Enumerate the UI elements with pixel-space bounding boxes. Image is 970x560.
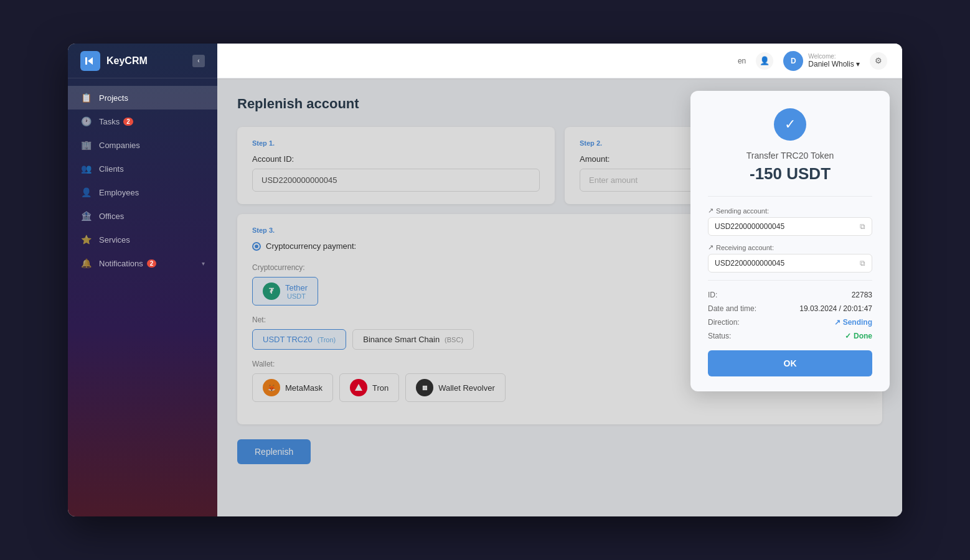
sidebar-item-label: Services — [99, 235, 130, 245]
usdt-trc20-name: USDT TRC20 — [263, 335, 313, 344]
modal-datetime-label: Date and time: — [708, 304, 756, 313]
projects-icon: 📋 — [80, 92, 92, 103]
sidebar-item-label: Companies — [99, 141, 140, 150]
modal-id-value: 22783 — [852, 291, 872, 299]
tether-sub: USDT — [285, 292, 308, 300]
modal-status-value: ✓ Done — [845, 332, 872, 340]
sidebar-item-notifications[interactable]: 🔔 Notifications 2 ▾ — [68, 251, 217, 275]
wallet-revolver-icon: ▦ — [416, 379, 433, 396]
sending-account-box: USD2200000000045 ⧉ — [708, 217, 872, 236]
sending-copy-icon[interactable]: ⧉ — [860, 222, 865, 231]
notifications-chevron: ▾ — [202, 260, 205, 267]
tasks-badge: 2 — [123, 118, 133, 126]
tron-icon — [350, 379, 367, 396]
modal-id-row: ID: 22783 — [708, 291, 872, 299]
welcome-label: Welcome: — [808, 53, 860, 60]
page-title: Replenish account — [237, 96, 359, 112]
step1-card: Step 1. Account ID: — [237, 127, 555, 204]
modal-amount: -150 USDT — [708, 164, 872, 184]
user-name[interactable]: Daniel Wholis ▾ — [808, 60, 860, 68]
notifications-icon: 🔔 — [80, 258, 92, 269]
metamask-icon: 🦊 — [263, 379, 280, 396]
receiving-account-label: Receiving account: — [708, 243, 872, 251]
modal-datetime-row: Date and time: 19.03.2024 / 20:01:47 — [708, 304, 872, 313]
svg-marker-1 — [88, 57, 93, 65]
sending-account-value: USD2200000000045 — [715, 222, 784, 231]
usdt-trc20-sub: (Tron) — [318, 336, 336, 343]
check-symbol: ✓ — [784, 116, 796, 133]
header: en 👤 D Welcome: Daniel Wholis ▾ ⚙ — [217, 44, 902, 78]
modal-direction-value: ↗ Sending — [834, 318, 872, 327]
svg-marker-2 — [355, 384, 362, 391]
sidebar-item-label: Offices — [99, 212, 124, 221]
modal-status-label: Status: — [708, 332, 731, 340]
usdt-trc20-option[interactable]: USDT TRC20 (Tron) — [252, 329, 346, 350]
sidebar-nav: 📋 Projects 🕐 Tasks 2 🏢 Companies 👥 Clien… — [68, 78, 217, 516]
wallet-revolver-option[interactable]: ▦ Wallet Revolver — [405, 373, 506, 402]
receiving-account-value: USD2200000000045 — [715, 259, 784, 268]
svg-rect-0 — [85, 57, 87, 65]
user-text: Welcome: Daniel Wholis ▾ — [808, 53, 860, 68]
tron-option[interactable]: Tron — [339, 373, 399, 402]
page-content: Replenish account 🏠 / Dashboard / Replen… — [217, 78, 902, 516]
modal-id-label: ID: — [708, 291, 717, 299]
user-avatar: D — [783, 51, 803, 71]
sidebar-item-tasks[interactable]: 🕐 Tasks 2 — [68, 110, 217, 133]
sidebar-item-label: Employees — [99, 188, 139, 197]
crypto-radio[interactable] — [252, 242, 261, 251]
offices-icon: 🏦 — [80, 210, 92, 222]
modal-ok-button[interactable]: OK — [708, 350, 872, 376]
metamask-name: MetaMask — [285, 383, 323, 393]
bsc-option[interactable]: Binance Smart Chain (BSC) — [352, 329, 474, 350]
account-id-input[interactable] — [252, 169, 540, 192]
tether-icon: ₮ — [263, 282, 280, 300]
sidebar-collapse-button[interactable]: ‹ — [192, 55, 205, 67]
receiving-account-section: Receiving account: USD2200000000045 ⧉ — [708, 243, 872, 273]
receiving-copy-icon[interactable]: ⧉ — [860, 259, 865, 268]
receiving-account-box: USD2200000000045 ⧉ — [708, 254, 872, 273]
user-info: D Welcome: Daniel Wholis ▾ — [783, 51, 860, 71]
sidebar-item-employees[interactable]: 👤 Employees — [68, 180, 217, 204]
logo-icon — [80, 51, 100, 71]
modal-check-icon: ✓ — [774, 108, 806, 141]
sidebar-logo: KeyCRM ‹ — [68, 44, 217, 78]
header-right: en 👤 D Welcome: Daniel Wholis ▾ ⚙ — [738, 51, 887, 71]
wallet-revolver-name: Wallet Revolver — [438, 383, 495, 393]
bsc-name: Binance Smart Chain — [363, 335, 440, 344]
modal-direction-label: Direction: — [708, 318, 740, 327]
metamask-option[interactable]: 🦊 MetaMask — [252, 373, 333, 402]
sidebar-item-label: Tasks — [99, 117, 120, 126]
settings-icon[interactable]: ⚙ — [870, 52, 887, 70]
tether-name: Tether — [285, 283, 308, 292]
tasks-icon: 🕐 — [80, 116, 92, 127]
modal-divider — [708, 196, 872, 197]
companies-icon: 🏢 — [80, 139, 92, 151]
sidebar-item-label: Clients — [99, 164, 124, 174]
modal-direction-row: Direction: ↗ Sending — [708, 318, 872, 327]
sidebar-item-clients[interactable]: 👥 Clients — [68, 157, 217, 180]
sidebar: KeyCRM ‹ 📋 Projects 🕐 Tasks 2 🏢 Companie… — [68, 44, 217, 516]
sending-account-section: Sending account: USD2200000000045 ⧉ — [708, 207, 872, 236]
modal-title: Transfer TRC20 Token — [708, 151, 872, 161]
services-icon: ⭐ — [80, 234, 92, 245]
tether-option[interactable]: ₮ Tether USDT — [252, 277, 318, 306]
sidebar-item-services[interactable]: ⭐ Services — [68, 228, 217, 251]
main-content: en 👤 D Welcome: Daniel Wholis ▾ ⚙ Replen… — [217, 44, 902, 516]
logo-text: KeyCRM — [106, 55, 148, 67]
sidebar-item-projects[interactable]: 📋 Projects — [68, 86, 217, 110]
lang-switch[interactable]: en — [738, 57, 746, 65]
user-profile-icon[interactable]: 👤 — [756, 52, 773, 70]
bsc-sub: (BSC) — [445, 336, 463, 343]
crypto-payment-text: Cryptocurrency payment: — [266, 241, 356, 251]
step1-field-label: Account ID: — [252, 154, 540, 164]
sidebar-item-label: Projects — [99, 93, 128, 103]
sidebar-item-offices[interactable]: 🏦 Offices — [68, 204, 217, 228]
sidebar-item-label: Notifications — [99, 259, 143, 268]
tron-name: Tron — [372, 383, 388, 393]
modal-status-row: Status: ✓ Done — [708, 332, 872, 340]
sidebar-item-companies[interactable]: 🏢 Companies — [68, 133, 217, 157]
employees-icon: 👤 — [80, 187, 92, 198]
replenish-button[interactable]: Replenish — [237, 439, 311, 464]
step1-label: Step 1. — [252, 139, 540, 147]
clients-icon: 👥 — [80, 163, 92, 174]
